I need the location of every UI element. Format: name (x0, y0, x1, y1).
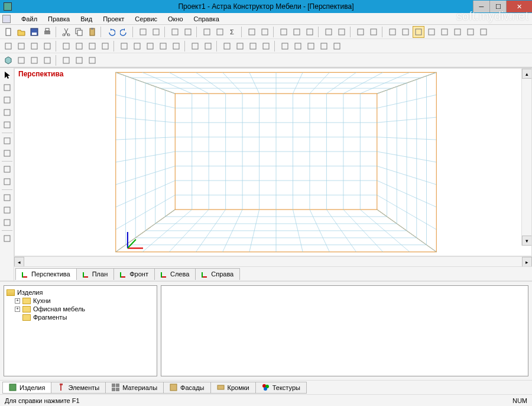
menu-view[interactable]: Вид (76, 14, 97, 24)
orbit-button[interactable] (278, 26, 290, 38)
scrollbar-vertical[interactable]: ▴ ▾ (521, 69, 531, 246)
settings-button[interactable] (465, 26, 476, 38)
shelf-button[interactable] (170, 40, 182, 52)
cut-tool-button[interactable] (1, 119, 14, 131)
cube-wire-button[interactable] (15, 54, 27, 66)
rotate-ccw-button[interactable] (1, 176, 14, 188)
menu-file[interactable]: Файл (17, 14, 42, 24)
copy-button[interactable] (73, 26, 85, 38)
scroll-right-button[interactable]: ▸ (522, 257, 532, 267)
btab-materials[interactable]: Материалы (105, 382, 164, 394)
table-button[interactable] (214, 26, 226, 38)
tab-perspective[interactable]: Перспектива (15, 268, 77, 280)
align-left-button[interactable] (28, 40, 40, 52)
redo-button[interactable] (118, 26, 130, 38)
window-button[interactable] (355, 26, 366, 38)
box1-button[interactable] (387, 26, 398, 38)
btab-edges[interactable]: Кромки (210, 382, 256, 394)
arrange-4-button[interactable] (318, 40, 330, 52)
material-button[interactable] (452, 26, 463, 38)
select-all-button[interactable] (331, 40, 343, 52)
rotate-r-button[interactable] (99, 40, 111, 52)
expand-icon[interactable]: + (15, 307, 20, 312)
grid-xy-button[interactable] (60, 54, 72, 66)
scroll-down-button[interactable]: ▾ (522, 236, 532, 246)
cylinder-button[interactable] (28, 54, 40, 66)
sphere-button[interactable] (41, 54, 53, 66)
scroll-track-v[interactable] (522, 79, 531, 236)
panel-3-button[interactable] (157, 40, 169, 52)
rect-button[interactable] (1, 94, 14, 106)
tab-plan[interactable]: План (76, 268, 115, 280)
pencil-button[interactable] (1, 82, 14, 94)
cursor-button[interactable] (1, 69, 14, 81)
cut-button[interactable] (60, 26, 72, 38)
btab-facades[interactable]: Фасады (163, 382, 210, 394)
library-content[interactable] (161, 285, 528, 376)
hand-button[interactable] (150, 26, 162, 38)
callout-button[interactable] (1, 233, 14, 244)
measure-button[interactable] (1, 147, 14, 159)
save-button[interactable] (28, 26, 40, 38)
mdi-icon[interactable] (2, 15, 11, 23)
btab-products[interactable]: Изделия (2, 382, 51, 394)
rotate-l-button[interactable] (86, 40, 98, 52)
tab-right[interactable]: Справа (195, 268, 240, 280)
minimize-button[interactable]: ─ (473, 1, 489, 12)
arrange-1-button[interactable] (279, 40, 291, 52)
cube-button[interactable] (2, 54, 14, 66)
offset-button[interactable] (1, 217, 14, 228)
undo-button[interactable] (105, 26, 117, 38)
align-right-button[interactable] (41, 40, 53, 52)
tab-left[interactable]: Слева (154, 268, 196, 280)
drill-button[interactable] (189, 40, 201, 52)
cascade-button[interactable] (368, 26, 379, 38)
toggle-button[interactable] (413, 26, 424, 38)
export-button[interactable] (439, 26, 450, 38)
maximize-button[interactable]: ☐ (489, 1, 506, 12)
group-button[interactable] (259, 26, 271, 38)
curve-button[interactable] (73, 54, 85, 66)
pointer-button[interactable] (137, 26, 149, 38)
panel-1-button[interactable] (118, 40, 130, 52)
tree-node-kitchens[interactable]: +Кухни (7, 297, 154, 305)
btab-textures[interactable]: Текстуры (255, 382, 307, 394)
tab-front[interactable]: Фронт (113, 268, 155, 280)
conn-2-button[interactable] (247, 40, 259, 52)
box2-button[interactable] (400, 26, 411, 38)
flip-h-button[interactable] (60, 40, 72, 52)
ruler-button[interactable] (1, 135, 14, 147)
drill-v-button[interactable] (202, 40, 214, 52)
box-net-button[interactable] (426, 26, 437, 38)
scrollbar-horizontal[interactable]: ◂ ▸ (14, 256, 532, 266)
scroll-left-button[interactable]: ◂ (14, 257, 24, 267)
arrange-2-button[interactable] (292, 40, 304, 52)
axis-z-button[interactable] (86, 54, 98, 66)
flag-red-button[interactable] (169, 26, 181, 38)
flag-blue-button[interactable] (182, 26, 194, 38)
zoom-in-button[interactable] (291, 26, 303, 38)
align-top-button[interactable] (2, 40, 14, 52)
dim-h-button[interactable] (221, 40, 233, 52)
panel-2-button[interactable] (131, 40, 143, 52)
grid-button[interactable] (1, 192, 14, 204)
menu-window[interactable]: Окно (163, 14, 188, 24)
flip-v-button[interactable] (73, 40, 85, 52)
paste-button[interactable] (86, 26, 98, 38)
menu-project[interactable]: Проект (98, 14, 129, 24)
scroll-up-button[interactable]: ▴ (522, 69, 532, 79)
conn-3-button[interactable] (260, 40, 272, 52)
axes-button[interactable] (323, 26, 335, 38)
tree-root[interactable]: Изделия (7, 288, 154, 297)
layers-button[interactable] (246, 26, 258, 38)
scroll-track-h[interactable] (24, 257, 522, 266)
rotate-cw-button[interactable] (1, 163, 14, 175)
expand-icon[interactable]: + (15, 298, 20, 304)
arrange-3-button[interactable] (305, 40, 317, 52)
tree-node-fragments[interactable]: Фрагменты (7, 313, 154, 321)
align-bottom-button[interactable] (15, 40, 27, 52)
open-file-button[interactable] (15, 26, 27, 38)
tree-node-office[interactable]: +Офисная мебель (7, 305, 154, 313)
divider-button[interactable] (144, 40, 156, 52)
properties-button[interactable] (201, 26, 213, 38)
